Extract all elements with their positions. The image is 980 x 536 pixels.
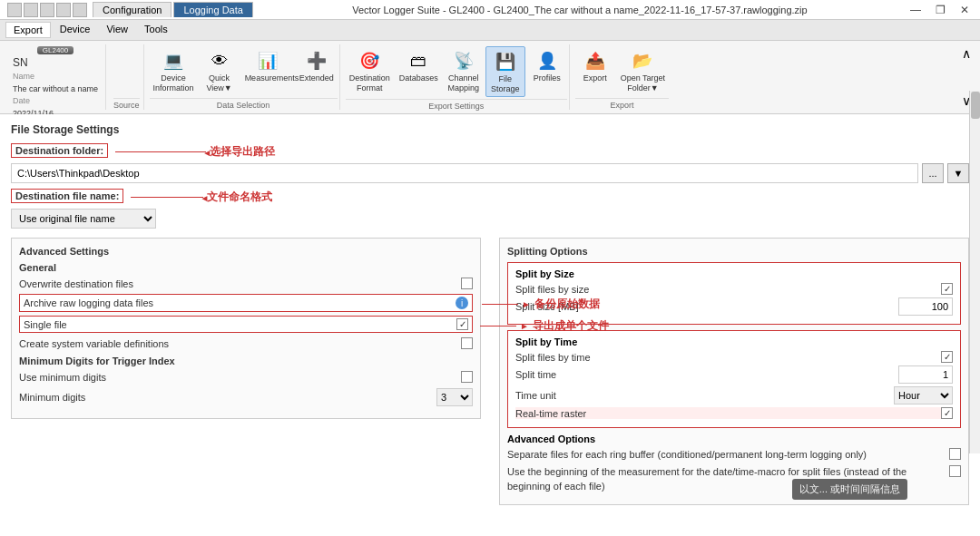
split-size-input[interactable] — [898, 297, 953, 316]
ring-buffer-label: Separate files for each ring buffer (con… — [507, 448, 944, 462]
restore-button[interactable]: ❐ — [932, 4, 949, 16]
btn-dest-format-label: DestinationFormat — [349, 73, 390, 93]
dest-folder-label: Destination folder: — [11, 143, 108, 158]
ring-buffer-checkbox[interactable] — [949, 448, 961, 460]
extended-icon: ➕ — [304, 48, 329, 73]
split-by-size-title: Split by Size — [515, 268, 953, 279]
device-info-text: SN Name The car without a name Date 2022… — [13, 54, 98, 120]
btn-device-information[interactable]: 💻 DeviceInformation — [150, 46, 198, 95]
advanced-settings-title: Advanced Settings — [19, 246, 473, 257]
ribbon: Export Device View Tools GL2400 SN Name … — [0, 20, 980, 114]
btn-export-label: Export — [583, 73, 607, 83]
overwrite-checkbox[interactable] — [461, 278, 473, 289]
col-right: Splitting Options Split by Size Split fi… — [499, 238, 969, 505]
menu-export[interactable]: Export — [5, 22, 51, 38]
close-button[interactable]: ✕ — [956, 4, 973, 16]
title-bar: Configuration Logging Data Vector Logger… — [0, 0, 980, 20]
minimize-button[interactable]: — — [906, 4, 925, 16]
menu-device[interactable]: Device — [53, 22, 98, 38]
measurements-icon: 📊 — [255, 48, 280, 73]
dest-folder-input[interactable] — [11, 163, 918, 183]
split-time-label: Split time — [515, 369, 893, 380]
window-title: Vector Logger Suite - GL2400 - GL2400_Th… — [352, 5, 807, 15]
profiles-icon: 👤 — [534, 48, 560, 73]
option-row-use-min-digits: Use minimum digits — [19, 370, 473, 384]
device-date-label: Date — [13, 95, 98, 108]
min-digits-select[interactable]: 3 2 4 — [436, 388, 473, 406]
app-icon-2 — [24, 3, 38, 17]
btn-channel-mapping[interactable]: 📡 ChannelMapping — [444, 46, 484, 95]
option-row-archive: Archive raw logging data files i — [19, 294, 473, 312]
export-icon: 📤 — [583, 48, 608, 73]
split-row-realtime-raster: Real-time raster — [515, 407, 953, 419]
channel-mapping-icon: 📡 — [451, 48, 476, 73]
quick-view-icon: 👁 — [207, 48, 232, 73]
split-row-by-size: Split files by size — [515, 283, 953, 295]
option-row-create-system: Create system variable definitions — [19, 336, 473, 350]
split-files-by-size-checkbox[interactable] — [941, 283, 953, 295]
adv-opt-row-use-beginning: Use the beginning of the measurement for… — [507, 465, 961, 493]
group-label-export-settings: Export Settings — [346, 99, 567, 111]
dest-folder-browse-btn[interactable]: ... — [922, 163, 944, 183]
min-digits-section-title: Minimum Digits for Trigger Index — [19, 356, 473, 366]
create-system-checkbox[interactable] — [461, 337, 473, 349]
app-icon-3 — [40, 3, 54, 17]
file-storage-section-title: File Storage Settings — [11, 123, 969, 136]
scrollbar-track[interactable] — [969, 91, 980, 453]
adv-opt-row-ring-buffer: Separate files for each ring buffer (con… — [507, 448, 961, 462]
app-icon-5 — [73, 3, 87, 17]
btn-channel-mapping-label: ChannelMapping — [447, 73, 479, 93]
menu-tools[interactable]: Tools — [137, 22, 175, 38]
title-bar-icons — [7, 3, 87, 17]
use-min-digits-label: Use minimum digits — [19, 372, 456, 383]
btn-extended[interactable]: ➕ Extended — [296, 46, 338, 85]
device-information-icon: 💻 — [161, 48, 186, 73]
menu-view[interactable]: View — [99, 22, 135, 38]
ribbon-up-btn[interactable]: ∧ — [962, 46, 971, 61]
dest-filename-label: Destination file name: — [11, 189, 123, 203]
group-label-source: Source — [113, 98, 140, 110]
btn-databases-label: Databases — [399, 73, 438, 83]
split-time-input[interactable] — [898, 365, 953, 384]
min-digits-label: Minimum digits — [19, 392, 431, 403]
btn-dest-format[interactable]: 🎯 DestinationFormat — [346, 46, 394, 95]
app-icon-4 — [56, 3, 71, 17]
btn-quick-view[interactable]: 👁 QuickView▼ — [200, 46, 240, 95]
dest-filename-select[interactable]: Use original file name Custom name — [11, 209, 156, 229]
general-section-title: General — [19, 262, 473, 273]
dest-folder-dropdown-btn[interactable]: ▼ — [947, 163, 969, 183]
archive-info-icon[interactable]: i — [456, 297, 468, 309]
group-label-export: Export — [575, 98, 669, 110]
open-target-icon: 📂 — [630, 48, 655, 73]
device-sn: SN — [13, 54, 98, 71]
app-icon-1 — [7, 3, 22, 17]
btn-databases[interactable]: 🗃 Databases — [396, 46, 442, 85]
single-file-checkbox[interactable] — [456, 318, 468, 330]
btn-profiles-label: Profiles — [534, 73, 561, 83]
split-files-by-time-checkbox[interactable] — [941, 351, 953, 363]
use-min-digits-checkbox[interactable] — [461, 371, 473, 383]
scrollbar-thumb[interactable] — [971, 92, 980, 119]
col-left: Advanced Settings General Overwrite dest… — [11, 238, 481, 505]
btn-measurements[interactable]: 📊 Measurements — [241, 46, 294, 85]
btn-export[interactable]: 📤 Export — [575, 46, 615, 85]
splitting-options-title: Splitting Options — [507, 246, 961, 257]
split-by-time-title: Split by Time — [515, 336, 953, 347]
single-file-label: Single file — [24, 319, 451, 330]
realtime-raster-checkbox[interactable] — [941, 407, 953, 419]
btn-profiles[interactable]: 👤 Profiles — [527, 46, 567, 85]
ribbon-menu-bar: Export Device View Tools — [0, 20, 980, 41]
device-icon-label: GL2400 — [43, 46, 68, 54]
split-row-time-unit: Time unit Hour Minute Second Day — [515, 386, 953, 404]
split-size-label: Split size [MB] — [515, 301, 893, 312]
btn-open-target[interactable]: 📂 Open TargetFolder▼ — [617, 46, 669, 95]
btn-file-storage[interactable]: 💾 FileStorage — [485, 46, 525, 97]
tab-configuration[interactable]: Configuration — [93, 2, 172, 17]
annotation-filename: 文件命名格式 — [207, 190, 272, 205]
tab-logging-data[interactable]: Logging Data — [173, 2, 252, 17]
use-beginning-checkbox[interactable] — [949, 465, 961, 477]
group-label-data-selection: Data Selection — [150, 98, 338, 110]
option-row-single-file: Single file — [19, 316, 473, 333]
time-unit-select[interactable]: Hour Minute Second Day — [894, 386, 953, 404]
split-files-by-size-label: Split files by size — [515, 284, 936, 295]
